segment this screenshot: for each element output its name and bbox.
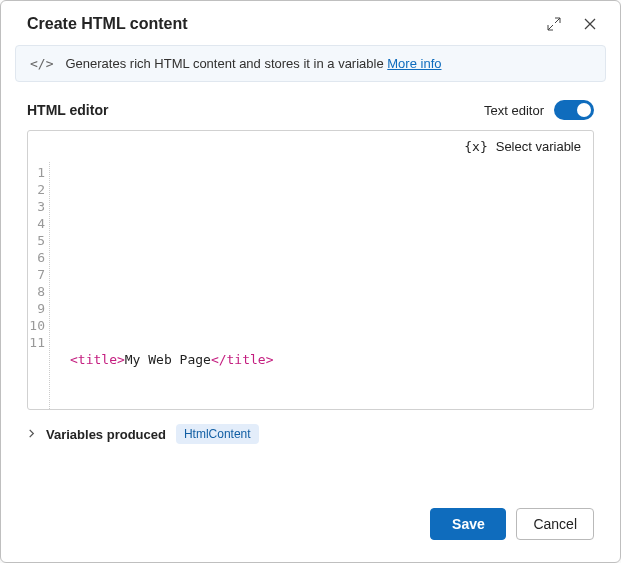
dialog-header: Create HTML content bbox=[1, 1, 620, 45]
select-variable-button[interactable]: Select variable bbox=[496, 139, 581, 154]
toggle-label: Text editor bbox=[484, 103, 544, 118]
text-editor-toggle-group: Text editor bbox=[484, 100, 594, 120]
variable-chip[interactable]: HtmlContent bbox=[176, 424, 259, 444]
editor-toolbar: {x} Select variable bbox=[28, 131, 593, 162]
cancel-button[interactable]: Cancel bbox=[516, 508, 594, 540]
code-content: <title>My Web Page</title> <h1>Welcome t… bbox=[50, 162, 593, 409]
close-icon[interactable] bbox=[582, 16, 598, 32]
variable-icon: {x} bbox=[464, 139, 487, 154]
variables-label: Variables produced bbox=[46, 427, 166, 442]
dialog-title: Create HTML content bbox=[27, 15, 546, 33]
code-editor[interactable]: 1234567891011 <title>My Web Page</title>… bbox=[28, 162, 593, 409]
editor-frame: {x} Select variable 1234567891011 <title… bbox=[27, 130, 594, 410]
dialog: Create HTML content </> Generates rich H… bbox=[0, 0, 621, 563]
line-gutter: 1234567891011 bbox=[28, 162, 50, 409]
editor-title: HTML editor bbox=[27, 102, 108, 118]
code-icon: </> bbox=[30, 56, 53, 71]
banner-text: Generates rich HTML content and stores i… bbox=[65, 56, 441, 71]
variables-row[interactable]: Variables produced HtmlContent bbox=[27, 424, 594, 444]
banner-text-content: Generates rich HTML content and stores i… bbox=[65, 56, 387, 71]
text-editor-toggle[interactable] bbox=[554, 100, 594, 120]
header-actions bbox=[546, 16, 598, 32]
expand-icon[interactable] bbox=[546, 16, 562, 32]
dialog-footer: Save Cancel bbox=[1, 488, 620, 562]
editor-header: HTML editor Text editor bbox=[27, 100, 594, 120]
more-info-link[interactable]: More info bbox=[387, 56, 441, 71]
save-button[interactable]: Save bbox=[430, 508, 506, 540]
info-banner: </> Generates rich HTML content and stor… bbox=[15, 45, 606, 82]
dialog-body: HTML editor Text editor {x} Select varia… bbox=[1, 82, 620, 488]
chevron-right-icon bbox=[27, 428, 36, 440]
